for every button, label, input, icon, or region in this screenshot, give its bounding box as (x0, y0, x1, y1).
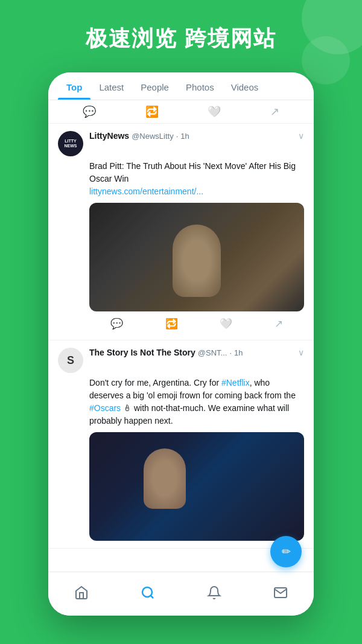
compose-fab-button[interactable]: ✏ (270, 536, 302, 567)
tweet-2-image (89, 432, 304, 541)
brad-pitt-image (89, 203, 304, 311)
tweet-1-meta-line: LittyNews @NewsLitty · 1h ∨ (89, 131, 304, 141)
tab-top[interactable]: Top (58, 72, 91, 100)
top-action-bar: 💬 🔁 🤍 ↗ (48, 100, 314, 124)
tweet-1-retweet-btn[interactable]: 🔁 (165, 317, 178, 330)
tweet-1-header: LITTYNEWS LittyNews @NewsLitty · 1h ∨ (58, 131, 304, 156)
tweet-2-text: Don't cry for me, Argentina. Cry for #Ne… (89, 377, 304, 427)
bottom-navigation (48, 572, 314, 616)
tweet-1-avatar: LITTYNEWS (58, 131, 83, 156)
nav-messages-button[interactable] (267, 579, 294, 606)
tweet-1-actions: 💬 🔁 🤍 ↗ (89, 311, 304, 333)
phone-content: Top Latest People Photos Videos 💬 🔁 🤍 ↗ (48, 72, 314, 616)
tweet-2-time: 1h (234, 348, 243, 357)
nav-home-button[interactable] (68, 579, 95, 606)
tab-photos[interactable]: Photos (177, 72, 223, 100)
retweet-icon[interactable]: 🔁 (145, 105, 159, 118)
tweet-1-link[interactable]: littynews.com/entertainment/... (89, 187, 203, 196)
tweet-1-image (89, 203, 304, 311)
tweet-2-chevron: ∨ (298, 348, 304, 357)
tab-people[interactable]: People (132, 72, 177, 100)
tweet-2-hashtag-netflix[interactable]: #Netflix (221, 378, 250, 387)
phone-mockup: Top Latest People Photos Videos 💬 🔁 🤍 ↗ (48, 72, 314, 616)
tweet-1-comment-btn[interactable]: 💬 (110, 317, 123, 330)
tweet-2-header: S The Story Is Not The Story @SNT... · 1… (58, 348, 304, 373)
tweet-2: S The Story Is Not The Story @SNT... · 1… (48, 340, 314, 549)
svg-line-1 (151, 596, 153, 598)
tweet-1-text: Brad Pitt: The Truth About His 'Next Mov… (89, 160, 304, 198)
tweet-2-hashtag-oscars[interactable]: #Oscars (89, 403, 121, 413)
tweet-1-meta: LittyNews @NewsLitty · 1h ∨ (89, 131, 304, 143)
tweet-1-share-btn[interactable]: ↗ (275, 317, 283, 330)
tweet-2-author: The Story Is Not The Story (89, 348, 195, 357)
compose-icon: ✏ (282, 545, 291, 558)
tab-latest[interactable]: Latest (91, 72, 132, 100)
nav-search-button[interactable] (135, 579, 161, 606)
tweet-2-dot: · (229, 348, 232, 357)
tweets-area: LITTYNEWS LittyNews @NewsLitty · 1h ∨ Br… (48, 124, 314, 572)
tweet-2-handle: @SNT... (198, 348, 227, 357)
tweet-1-dot: · (176, 132, 179, 141)
nav-notifications-button[interactable] (201, 579, 227, 606)
header-title: 极速浏览 跨境网站 (0, 0, 362, 54)
tweet-2-meta-line: The Story Is Not The Story @SNT... · 1h … (89, 348, 304, 357)
tweet-2-avatar: S (58, 348, 83, 373)
tweet-1-time: 1h (180, 132, 189, 141)
tweet-1-chevron: ∨ (298, 131, 304, 141)
tweet-1-handle: @NewsLitty (132, 132, 174, 141)
share-icon[interactable]: ↗ (270, 105, 279, 118)
svg-point-0 (142, 587, 152, 597)
tweet-1: LITTYNEWS LittyNews @NewsLitty · 1h ∨ Br… (48, 124, 314, 340)
tab-videos[interactable]: Videos (223, 72, 267, 100)
tweet-1-author: LittyNews (89, 131, 129, 141)
tweet-2-meta: The Story Is Not The Story @SNT... · 1h … (89, 348, 304, 360)
comment-icon[interactable]: 💬 (83, 105, 96, 118)
deniro-image (89, 432, 304, 541)
tweet-1-like-btn[interactable]: 🤍 (220, 317, 232, 330)
tabs-bar: Top Latest People Photos Videos (48, 72, 314, 100)
like-icon[interactable]: 🤍 (208, 105, 221, 118)
